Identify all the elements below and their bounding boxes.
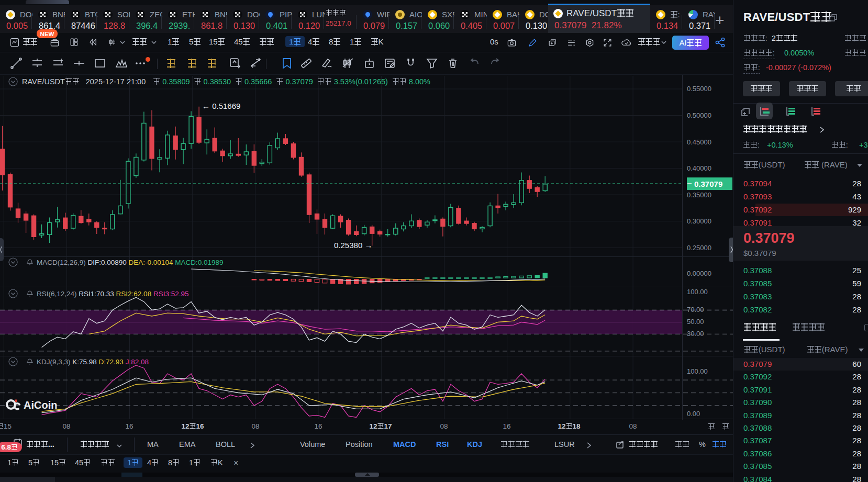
svg-text:100.00: 100.00 [687, 288, 708, 296]
svg-text:0.50000: 0.50000 [687, 111, 711, 119]
svg-text:0.25380 →: 0.25380 → [334, 241, 372, 250]
svg-text:RSI(6,12,24) RSI1:70.33 RSI2: RSI(6,12,24) RSI1:70.33 RSI2:62.08 RSI3:… [37, 290, 188, 298]
svg-text:KDJ(9,3,3) K:75.98 D:72.93: KDJ(9,3,3) K:75.98 D:72.93 J:82.08 [37, 358, 149, 366]
svg-text:100.00: 100.00 [687, 367, 708, 375]
svg-text:30.00: 30.00 [687, 330, 704, 338]
svg-text:70.00: 70.00 [687, 306, 704, 313]
svg-text:0.30000: 0.30000 [687, 217, 711, 225]
svg-text:0.25000: 0.25000 [687, 244, 711, 252]
svg-text:← 0.51669: ← 0.51669 [202, 102, 240, 110]
svg-text:0.55000: 0.55000 [687, 85, 711, 93]
svg-text:AiCoin: AiCoin [24, 399, 57, 411]
svg-text:0.45000: 0.45000 [687, 138, 711, 146]
svg-text:0.00: 0.00 [687, 410, 700, 418]
svg-text:0.35000: 0.35000 [687, 191, 711, 199]
svg-text:0.40000: 0.40000 [687, 164, 711, 172]
svg-text:0.00000: 0.00000 [687, 270, 711, 277]
svg-text:0.37079: 0.37079 [694, 180, 722, 188]
svg-text:50.00: 50.00 [687, 318, 704, 326]
svg-text:MACD(12,26,9) DIF:0.00890 DE: MACD(12,26,9) DIF:0.00890 DEA:-0.00104 M… [37, 259, 223, 266]
